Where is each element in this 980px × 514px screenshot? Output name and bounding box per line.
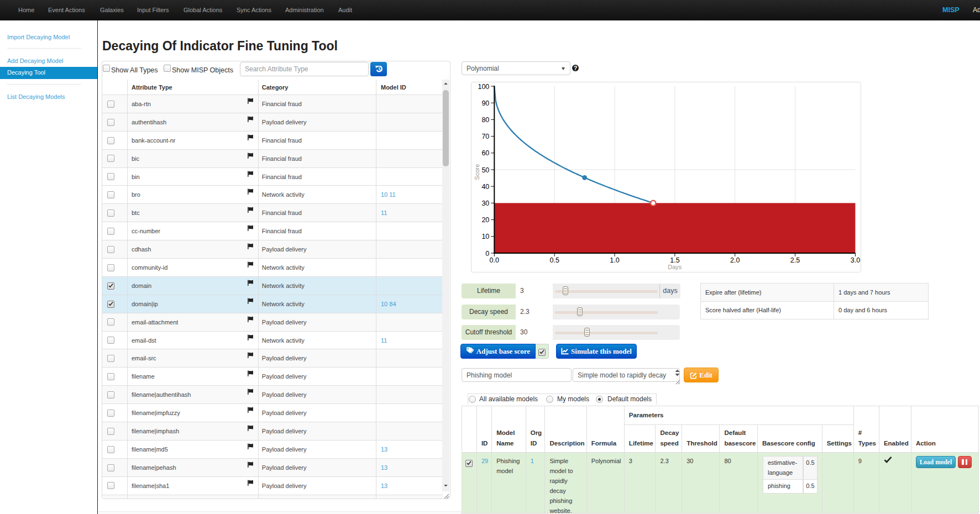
svg-text:30: 30 xyxy=(481,200,489,207)
svg-text:1.0: 1.0 xyxy=(610,256,619,264)
svg-text:0.5: 0.5 xyxy=(550,256,559,264)
svg-text:Score: Score xyxy=(474,164,480,180)
svg-text:Days: Days xyxy=(668,264,682,270)
svg-text:80: 80 xyxy=(481,116,489,124)
svg-text:90: 90 xyxy=(481,99,489,107)
svg-text:60: 60 xyxy=(481,149,489,157)
svg-text:3.0: 3.0 xyxy=(851,256,860,264)
svg-text:1.5: 1.5 xyxy=(670,256,679,264)
svg-text:40: 40 xyxy=(481,183,489,191)
svg-text:2.5: 2.5 xyxy=(790,256,800,264)
svg-text:2.0: 2.0 xyxy=(730,256,740,264)
svg-text:70: 70 xyxy=(481,133,489,140)
svg-text:100: 100 xyxy=(478,83,489,91)
svg-text:50: 50 xyxy=(481,166,489,174)
svg-text:0: 0 xyxy=(485,250,489,258)
svg-text:0.0: 0.0 xyxy=(490,256,499,264)
svg-text:10: 10 xyxy=(481,233,489,240)
svg-text:20: 20 xyxy=(481,216,489,224)
